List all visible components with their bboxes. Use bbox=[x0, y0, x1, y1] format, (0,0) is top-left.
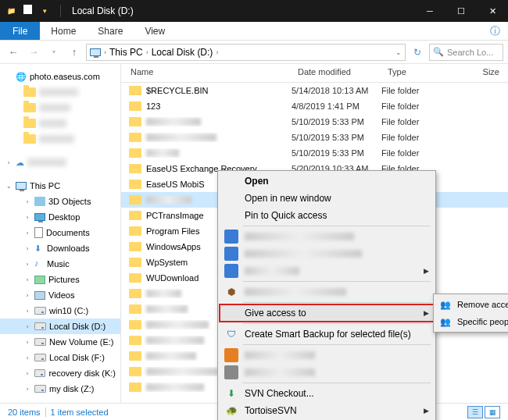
help-icon[interactable]: ⓘ bbox=[482, 22, 508, 40]
sidebar-item-drive-z[interactable]: ›my disk (Z:) bbox=[0, 381, 120, 397]
sidebar: 🌐photo.easeus.com ›☁ ⌄This PC ›3D Object… bbox=[0, 64, 121, 404]
breadcrumb-location[interactable]: Local Disk (D:) bbox=[152, 47, 213, 58]
view-details-button[interactable]: ☰ bbox=[467, 406, 483, 418]
search-placeholder: Search Lo... bbox=[447, 48, 493, 57]
file-type: File folder bbox=[381, 117, 452, 126]
ribbon-tabs: File Home Share View ⓘ bbox=[0, 22, 508, 41]
column-date[interactable]: Date modified bbox=[292, 64, 381, 82]
tab-home[interactable]: Home bbox=[40, 22, 87, 40]
sidebar-item-3d-objects[interactable]: ›3D Objects bbox=[0, 194, 120, 209]
menu-item-blurred[interactable] bbox=[220, 245, 434, 262]
give-access-submenu: 👥Remove access 👥Specific people... bbox=[433, 294, 508, 333]
file-row[interactable]: 1234/8/2019 1:41 PMFile folder bbox=[121, 98, 508, 114]
file-type: File folder bbox=[381, 148, 452, 158]
file-row[interactable]: 5/10/2019 5:33 PMFile folder bbox=[121, 145, 508, 161]
sidebar-item-pictures[interactable]: ›Pictures bbox=[0, 272, 120, 287]
sidebar-item[interactable] bbox=[0, 84, 120, 100]
menu-open[interactable]: Open bbox=[220, 173, 434, 190]
tab-file[interactable]: File bbox=[0, 22, 40, 40]
file-type: File folder bbox=[381, 86, 452, 95]
menu-item-blurred[interactable]: ⬢ bbox=[220, 283, 434, 301]
dropdown-icon[interactable]: ▾ bbox=[38, 5, 51, 17]
breadcrumb[interactable]: › This PC › Local Disk (D:) › ⌄ bbox=[86, 44, 406, 61]
menu-pin-quick-access[interactable]: Pin to Quick access bbox=[220, 207, 434, 224]
sidebar-item-desktop[interactable]: ›Desktop bbox=[0, 209, 120, 225]
page-icon bbox=[23, 5, 32, 14]
column-type[interactable]: Type bbox=[381, 64, 452, 82]
folder-icon bbox=[129, 367, 141, 376]
file-name: EaseUS MobiS bbox=[146, 180, 205, 189]
search-input[interactable]: 🔍 Search Lo... bbox=[429, 44, 503, 61]
tab-view[interactable]: View bbox=[134, 22, 176, 40]
sidebar-item[interactable]: ›☁ bbox=[0, 155, 120, 170]
sidebar-item-drive-k[interactable]: ›recovery disk (K:) bbox=[0, 365, 120, 381]
folder-icon bbox=[129, 289, 141, 298]
sidebar-item[interactable] bbox=[0, 131, 120, 147]
column-name[interactable]: Name bbox=[121, 64, 292, 82]
folder-icon bbox=[129, 164, 141, 173]
tab-share[interactable]: Share bbox=[87, 22, 134, 40]
column-size[interactable]: Size bbox=[452, 64, 508, 82]
back-button[interactable]: ← bbox=[5, 44, 22, 61]
sidebar-item-videos[interactable]: ›Videos bbox=[0, 287, 120, 303]
folder-icon bbox=[129, 320, 141, 329]
app-icon bbox=[224, 348, 238, 362]
address-dropdown[interactable]: ⌄ bbox=[395, 48, 402, 56]
file-row[interactable]: 5/10/2019 5:33 PMFile folder bbox=[121, 114, 508, 130]
chevron-right-icon: › bbox=[146, 48, 148, 56]
folder-icon bbox=[129, 226, 141, 236]
menu-item-blurred[interactable]: ▶ bbox=[220, 262, 434, 279]
chevron-right-icon: ▶ bbox=[424, 309, 429, 317]
svn-icon: ⬇ bbox=[224, 386, 238, 400]
submenu-remove-access[interactable]: 👥Remove access bbox=[435, 296, 508, 313]
menu-svn-checkout[interactable]: ⬇SVN Checkout... bbox=[220, 385, 434, 402]
sidebar-this-pc[interactable]: ⌄This PC bbox=[0, 178, 120, 194]
menu-item-blurred[interactable] bbox=[220, 228, 434, 245]
sidebar-item[interactable] bbox=[0, 116, 120, 131]
up-button[interactable]: ↑ bbox=[66, 44, 83, 61]
people-icon: 👥 bbox=[439, 315, 452, 328]
sidebar-item-drive-e[interactable]: ›New Volume (E:) bbox=[0, 334, 120, 350]
folder-icon bbox=[129, 180, 141, 189]
menu-item-blurred[interactable] bbox=[220, 364, 434, 381]
refresh-button[interactable]: ↻ bbox=[409, 47, 426, 58]
menu-give-access-to[interactable]: Give access to▶ bbox=[220, 304, 434, 322]
search-icon: 🔍 bbox=[433, 47, 444, 57]
folder-icon bbox=[129, 86, 141, 95]
sidebar-quick-site[interactable]: 🌐photo.easeus.com bbox=[0, 69, 120, 84]
view-icons-button[interactable]: ▦ bbox=[485, 406, 500, 418]
sidebar-item-downloads[interactable]: ›⬇Downloads bbox=[0, 240, 120, 256]
folder-icon bbox=[129, 258, 141, 267]
menu-open-new-window[interactable]: Open in new window bbox=[220, 190, 434, 207]
file-row[interactable]: 5/10/2019 5:33 PMFile folder bbox=[121, 130, 508, 145]
history-dropdown[interactable]: ▾ bbox=[45, 44, 63, 61]
close-button[interactable]: ✕ bbox=[477, 0, 508, 22]
tortoise-icon: 🐢 bbox=[224, 404, 238, 418]
sidebar-item[interactable] bbox=[0, 100, 120, 116]
file-name: WpSystem bbox=[146, 258, 188, 267]
sidebar-item-drive-c[interactable]: ›win10 (C:) bbox=[0, 303, 120, 319]
forward-button[interactable]: → bbox=[25, 44, 42, 61]
sidebar-item-drive-f[interactable]: ›Local Disk (F:) bbox=[0, 350, 120, 365]
sidebar-item-drive-d[interactable]: ›Local Disk (D:) bbox=[0, 319, 120, 334]
folder-icon bbox=[129, 304, 141, 314]
menu-smart-backup[interactable]: 🛡Create Smart Backup for selected file(s… bbox=[220, 326, 434, 343]
submenu-specific-people[interactable]: 👥Specific people... bbox=[435, 313, 508, 330]
breadcrumb-this-pc[interactable]: This PC bbox=[109, 47, 143, 58]
status-item-count: 20 items bbox=[8, 408, 41, 417]
maximize-button[interactable]: ☐ bbox=[445, 0, 477, 22]
folder-icon bbox=[129, 383, 141, 392]
menu-item-blurred[interactable] bbox=[220, 347, 434, 364]
minimize-button[interactable]: ─ bbox=[414, 0, 445, 22]
status-selected-count: 1 item selected bbox=[51, 408, 109, 417]
navbar: ← → ▾ ↑ › This PC › Local Disk (D:) › ⌄ … bbox=[0, 41, 508, 64]
menu-tortoise-svn[interactable]: 🐢TortoiseSVN▶ bbox=[220, 402, 434, 419]
file-row[interactable]: $RECYCLE.BIN5/14/2018 10:13 AMFile folde… bbox=[121, 83, 508, 98]
window-title: Local Disk (D:) bbox=[72, 5, 134, 16]
file-type: File folder bbox=[381, 101, 452, 111]
sidebar-item-music[interactable]: ›♪Music bbox=[0, 256, 120, 272]
chevron-right-icon: ▶ bbox=[424, 267, 429, 275]
folder-icon bbox=[129, 211, 141, 220]
backup-icon: 🛡 bbox=[224, 327, 238, 341]
sidebar-item-documents[interactable]: ›Documents bbox=[0, 225, 120, 240]
